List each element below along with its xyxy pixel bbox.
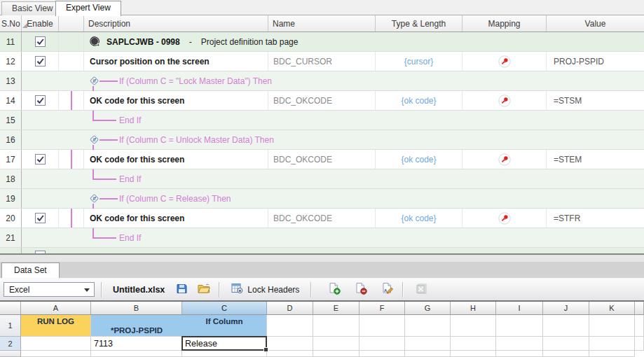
rename-sheet-button[interactable]: A	[378, 281, 396, 298]
excel-export-button[interactable]	[413, 281, 430, 298]
cell-G3[interactable]	[405, 351, 451, 357]
enable-checkbox[interactable]	[35, 154, 46, 164]
value-cell[interactable]: =STSM	[547, 91, 644, 110]
cell-B1[interactable]: *PROJ-PSPID	[91, 315, 182, 337]
cell-H3[interactable]	[451, 351, 496, 357]
cell-A1[interactable]: RUN LOG	[21, 315, 91, 337]
cell-I1[interactable]	[496, 315, 543, 337]
type-length-cell[interactable]: {ok code}	[376, 91, 463, 110]
header-col-name[interactable]: Name	[268, 15, 376, 31]
column-header-D[interactable]: D	[267, 302, 313, 315]
column-header-I[interactable]: I	[496, 302, 543, 315]
column-header-G[interactable]: G	[405, 302, 451, 315]
header-col-enable[interactable]: Enable	[22, 15, 59, 31]
cell-I2[interactable]	[496, 337, 543, 351]
cell-I3[interactable]	[496, 351, 543, 357]
pane-splitter[interactable]	[0, 253, 644, 262]
script-row[interactable]: 15End If	[0, 111, 644, 130]
header-col-value[interactable]: Value	[547, 15, 644, 31]
column-header-K[interactable]: K	[589, 302, 635, 315]
select-all-corner[interactable]	[0, 302, 21, 315]
script-row[interactable]: 20OK code for this screenBDC_OKCODE{ok c…	[0, 209, 644, 228]
cell-B3[interactable]	[91, 351, 182, 357]
enable-checkbox[interactable]	[35, 36, 46, 47]
mapping-cell[interactable]	[463, 91, 547, 110]
cell-H2[interactable]	[451, 337, 496, 351]
cell-F2[interactable]	[359, 337, 405, 351]
script-row[interactable]: 21End If	[0, 228, 644, 248]
type-length-cell[interactable]: {ok code}	[376, 150, 463, 169]
cell-A3[interactable]	[21, 351, 91, 357]
script-row[interactable]: 13ifIf (Column C = "Lock Master Data") T…	[0, 71, 644, 91]
cell-J3[interactable]	[543, 351, 589, 357]
cell-A2[interactable]	[21, 337, 91, 351]
script-row[interactable]: 14OK code for this screenBDC_OKCODE{ok c…	[0, 91, 644, 111]
enable-checkbox[interactable]	[35, 56, 46, 66]
script-row[interactable]: 19ifIf (Column C = Release) Then	[0, 189, 644, 209]
header-col-sno[interactable]: S.No	[0, 15, 22, 31]
script-row[interactable]: 18End If	[0, 169, 644, 189]
cell-K1[interactable]	[589, 315, 635, 337]
cell-D2[interactable]	[267, 337, 313, 351]
endif-connector-line	[93, 178, 116, 180]
remove-sheet-button[interactable]	[352, 281, 369, 298]
tab-expert-view[interactable]: Expert View	[55, 1, 121, 16]
mapping-cell[interactable]	[463, 150, 547, 169]
value-cell[interactable]: =STFR	[547, 209, 644, 227]
cell-E2[interactable]	[313, 337, 359, 351]
script-row[interactable]: 16ifIf (Column C = Unlock Master Data) T…	[0, 130, 644, 150]
column-header-B[interactable]: B	[91, 302, 182, 315]
column-header-E[interactable]: E	[313, 302, 359, 315]
column-header-F[interactable]: F	[359, 302, 405, 315]
mapping-cell[interactable]	[463, 52, 547, 71]
header-col-mapping[interactable]: Mapping	[463, 15, 547, 31]
cell-G2[interactable]	[405, 337, 451, 351]
cell-H1[interactable]	[451, 315, 496, 337]
column-header-A[interactable]: A	[21, 302, 91, 315]
cell-E3[interactable]	[313, 351, 359, 357]
cell-G1[interactable]	[405, 315, 451, 337]
mapping-cell[interactable]	[463, 209, 547, 227]
lock-headers-button[interactable]: Lock Headers	[226, 281, 304, 298]
type-length-cell[interactable]: {ok code}	[376, 209, 463, 227]
cell-C2[interactable]: Release	[182, 337, 267, 351]
value-cell[interactable]: =STEM	[547, 150, 644, 169]
enable-checkbox[interactable]	[35, 213, 46, 223]
cell-K2[interactable]	[589, 337, 635, 351]
save-icon	[176, 283, 188, 297]
cell-J1[interactable]	[543, 315, 589, 337]
script-row[interactable]: 17OK code for this screenBDC_OKCODE{ok c…	[0, 150, 644, 169]
cell-D3[interactable]	[267, 351, 313, 357]
fill-handle[interactable]	[263, 347, 268, 352]
cell-B2[interactable]: 7113	[91, 337, 182, 351]
data-source-select[interactable]: Excel	[4, 282, 95, 297]
script-row[interactable]: 11SAPLCJWB - 0998-Project definition tab…	[0, 32, 644, 52]
script-row[interactable]: 12Cursor position on the screenBDC_CURSO…	[0, 52, 644, 71]
cell-K3[interactable]	[589, 351, 635, 357]
cell-D1[interactable]	[267, 315, 313, 337]
column-header-J[interactable]: J	[543, 302, 589, 315]
row-header-1[interactable]: 1	[0, 315, 21, 337]
row-header-2[interactable]: 2	[0, 337, 21, 351]
cell-J2[interactable]	[543, 337, 589, 351]
header-col-icon[interactable]	[59, 15, 84, 31]
tab-data-set[interactable]: Data Set	[1, 262, 60, 278]
if-branch-line	[71, 91, 72, 110]
cell-F3[interactable]	[359, 351, 405, 357]
type-length-cell[interactable]: {cursor}	[376, 52, 463, 71]
dataset-toolbar: Excel Untitled.xlsx	[0, 278, 644, 302]
value-cell[interactable]: PROJ-PSPID	[547, 52, 644, 71]
tab-basic-view[interactable]: Basic View	[1, 1, 63, 15]
header-col-description[interactable]: Description	[84, 15, 268, 31]
cell-E1[interactable]	[313, 315, 359, 337]
save-button[interactable]	[173, 281, 191, 298]
add-sheet-button[interactable]	[325, 281, 343, 298]
enable-checkbox[interactable]	[35, 95, 46, 106]
cell-C3[interactable]	[182, 351, 267, 357]
column-header-C[interactable]: C	[182, 302, 267, 315]
column-header-H[interactable]: H	[451, 302, 496, 315]
open-file-button[interactable]	[195, 281, 212, 298]
cell-F1[interactable]	[359, 315, 405, 337]
header-col-type-length[interactable]: Type & Length	[376, 15, 463, 31]
cell-C1[interactable]: If Column	[182, 315, 267, 337]
